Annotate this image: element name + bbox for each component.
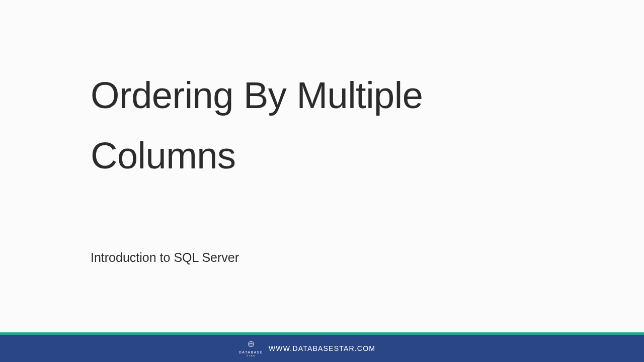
brand-logo: DATABASE STAR: [239, 340, 263, 357]
slide-title: Ordering By Multiple Columns: [91, 65, 553, 186]
slide: Ordering By Multiple Columns Introductio…: [0, 0, 644, 362]
slide-subtitle: Introduction to SQL Server: [91, 250, 553, 265]
brand-sub: STAR: [247, 354, 256, 357]
footer: DATABASE STAR WWW.DATABASESTAR.COM: [0, 335, 644, 362]
brand-name: DATABASE: [239, 350, 263, 354]
footer-url: WWW.DATABASESTAR.COM: [269, 344, 375, 352]
slide-content: Ordering By Multiple Columns Introductio…: [0, 0, 644, 332]
database-icon: [247, 340, 255, 349]
